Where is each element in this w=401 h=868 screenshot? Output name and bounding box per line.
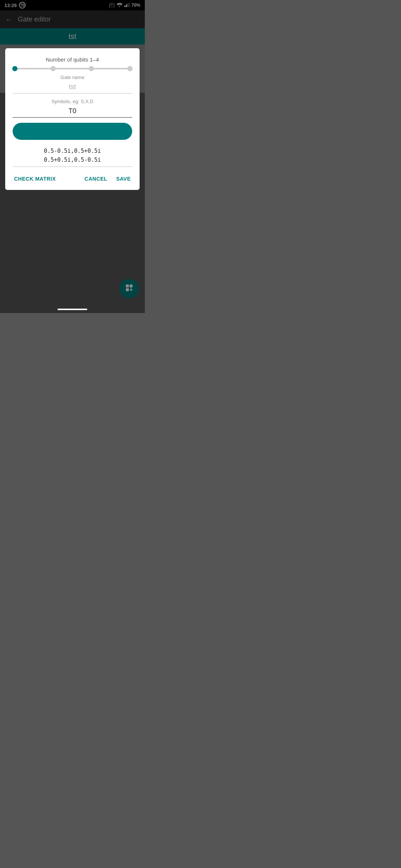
save-button[interactable]: SAVE	[115, 174, 132, 184]
qubit-slider[interactable]	[13, 68, 132, 69]
dialog-actions: CHECK MATRIX CANCEL SAVE	[13, 172, 132, 184]
cancel-button[interactable]: CANCEL	[83, 174, 109, 184]
slider-dot-3[interactable]	[89, 66, 94, 71]
dialog-title: Number of qubits 1–4	[13, 56, 132, 63]
gate-name-field-group: Gate name	[13, 75, 132, 93]
slider-dot-2[interactable]	[50, 66, 56, 71]
check-matrix-button[interactable]: CHECK MATRIX	[13, 174, 83, 184]
symbols-label: Symbols, eg: S,X,D	[52, 99, 94, 104]
gate-name-label: Gate name	[61, 75, 84, 80]
symbols-field-group: Symbols, eg: S,X,D	[13, 99, 132, 118]
slider-dot-4[interactable]	[127, 66, 133, 71]
slider-dot-1[interactable]	[12, 66, 17, 71]
gate-name-input[interactable]	[13, 82, 132, 93]
home-indicator	[58, 309, 87, 310]
matrix-input[interactable]: 0.5-0.5i,0.5+0.5i 0.5+0.5i,0.5-0.5i	[13, 145, 132, 167]
slider-track[interactable]	[15, 68, 130, 69]
symbols-input[interactable]	[13, 106, 132, 118]
matrix-action-button[interactable]	[13, 123, 132, 140]
dialog: Number of qubits 1–4 Gate name Symbols, …	[5, 48, 140, 190]
